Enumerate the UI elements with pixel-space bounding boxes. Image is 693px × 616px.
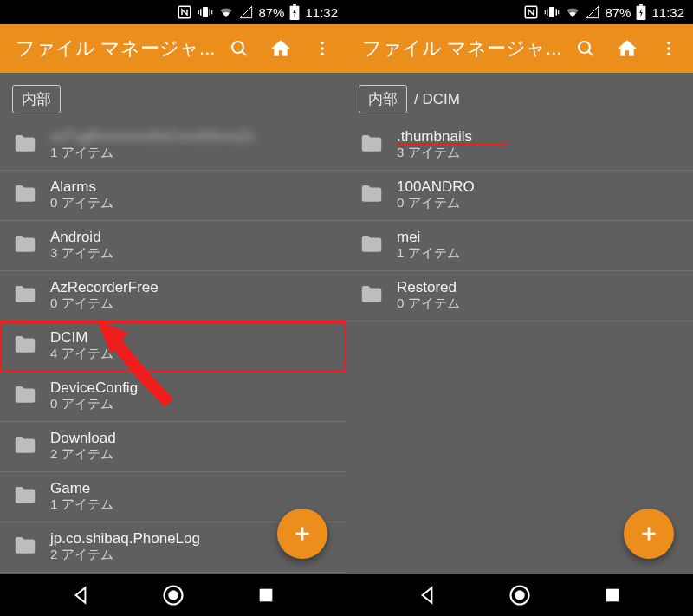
folder-name: Game — [50, 481, 334, 497]
folder-icon — [359, 131, 385, 160]
folder-icon — [12, 282, 38, 311]
wifi-icon — [565, 4, 580, 20]
folder-icon — [12, 181, 38, 211]
nfc-icon — [177, 4, 192, 20]
screen-left: 87% 11:32 ファイル マネージャ... 内部 xxTxgRxxxxxxx… — [0, 0, 346, 616]
clock-text: 11:32 — [651, 5, 684, 20]
overflow-menu-icon[interactable] — [651, 31, 686, 66]
folder-row[interactable]: Android3 アイテム — [0, 221, 346, 271]
folder-subtitle: 0 アイテム — [50, 195, 334, 211]
svg-point-10 — [321, 42, 324, 45]
nav-home-icon[interactable] — [503, 579, 536, 612]
app-bar: ファイル マネージャ... — [0, 24, 346, 73]
battery-text: 87% — [605, 5, 631, 20]
svg-rect-20 — [547, 9, 548, 16]
nav-recent-icon[interactable] — [249, 579, 282, 612]
battery-charging-icon — [636, 4, 646, 20]
file-list[interactable]: .thumbnails3 アイテム100ANDRO0 アイテムmei1 アイテム… — [346, 120, 693, 574]
svg-rect-23 — [559, 10, 560, 15]
breadcrumb-root[interactable]: 内部 — [359, 85, 407, 113]
svg-point-29 — [667, 47, 670, 50]
svg-rect-17 — [259, 589, 272, 602]
nav-recent-icon[interactable] — [596, 579, 629, 612]
vibrate-icon — [198, 4, 213, 20]
folder-subtitle: 3 アイテム — [50, 245, 334, 262]
folder-icon — [12, 382, 38, 412]
svg-rect-21 — [556, 9, 558, 16]
folder-name: AzRecorderFree — [50, 280, 334, 296]
battery-text: 87% — [258, 5, 284, 20]
folder-row[interactable]: DCIM4 アイテム — [0, 321, 346, 372]
folder-subtitle: 0 アイテム — [397, 195, 681, 211]
folder-row[interactable]: DeviceConfig0 アイテム — [0, 372, 346, 422]
folder-subtitle: 4 アイテム — [50, 346, 334, 362]
breadcrumb-path[interactable]: / DCIM — [414, 91, 460, 108]
folder-icon — [359, 231, 385, 261]
folder-icon — [12, 533, 38, 562]
folder-row[interactable]: xxTxgRxxxxxxx0xCxxx00xxxZx1 アイテム — [0, 120, 346, 171]
home-icon[interactable] — [263, 31, 298, 66]
folder-name: xxTxgRxxxxxxx0xCxxx00xxxZx — [50, 129, 334, 146]
breadcrumb: 内部 — [0, 73, 346, 120]
screen-right: 87% 11:32 ファイル マネージャ... 内部 / DCIM .thumb… — [346, 0, 693, 616]
svg-point-16 — [169, 591, 177, 599]
status-bar: 87% 11:32 — [346, 0, 693, 24]
underline-annotation — [397, 143, 508, 145]
folder-row[interactable]: Restored0 アイテム — [346, 271, 693, 321]
svg-rect-4 — [198, 10, 199, 15]
battery-charging-icon — [289, 4, 300, 20]
folder-icon — [12, 231, 38, 261]
svg-rect-35 — [606, 589, 619, 602]
app-bar: ファイル マネージャ... — [346, 24, 693, 73]
folder-row[interactable]: mei1 アイテム — [346, 221, 693, 271]
fab-add[interactable] — [277, 509, 327, 559]
svg-rect-2 — [200, 9, 202, 16]
svg-point-30 — [667, 53, 670, 56]
nav-bar — [0, 574, 346, 616]
folder-subtitle: 0 アイテム — [397, 295, 681, 312]
svg-rect-1 — [203, 7, 208, 17]
search-icon[interactable] — [222, 31, 256, 66]
folder-name: DCIM — [50, 330, 334, 347]
svg-point-26 — [579, 42, 590, 53]
folder-icon — [359, 282, 385, 311]
nav-back-icon[interactable] — [411, 579, 444, 612]
folder-subtitle: 3 アイテム — [397, 145, 681, 161]
folder-name: Android — [50, 230, 334, 246]
folder-row[interactable]: .thumbnails3 アイテム — [346, 120, 693, 171]
folder-subtitle: 1 アイテム — [50, 145, 334, 161]
folder-subtitle: 0 アイテム — [50, 295, 334, 312]
folder-icon — [12, 131, 38, 160]
nav-home-icon[interactable] — [157, 579, 190, 612]
signal-icon — [239, 5, 253, 19]
folder-row[interactable]: AzRecorderFree0 アイテム — [0, 271, 346, 321]
svg-line-9 — [242, 51, 246, 55]
breadcrumb-root[interactable]: 内部 — [12, 85, 61, 113]
svg-point-11 — [321, 47, 324, 50]
file-list[interactable]: xxTxgRxxxxxxx0xCxxx00xxxZx1 アイテムAlarms0 … — [0, 120, 346, 574]
folder-icon — [12, 432, 38, 462]
vibrate-icon — [544, 4, 560, 20]
folder-name: Download — [50, 431, 334, 447]
status-bar: 87% 11:32 — [0, 0, 346, 24]
app-title: ファイル マネージャ... — [16, 36, 215, 62]
app-title: ファイル マネージャ... — [362, 36, 561, 62]
folder-subtitle: 0 アイテム — [50, 396, 334, 412]
folder-name: DeviceConfig — [50, 380, 334, 397]
svg-point-8 — [232, 42, 243, 53]
folder-icon — [359, 181, 385, 211]
folder-subtitle: 1 アイテム — [397, 245, 681, 262]
nav-bar — [346, 574, 693, 616]
svg-point-12 — [321, 53, 324, 56]
folder-row[interactable]: Download2 アイテム — [0, 422, 346, 472]
svg-line-27 — [588, 51, 593, 55]
search-icon[interactable] — [568, 31, 603, 66]
folder-name: Alarms — [50, 179, 334, 196]
fab-add[interactable] — [624, 509, 674, 559]
home-icon[interactable] — [610, 31, 644, 66]
overflow-menu-icon[interactable] — [305, 31, 340, 66]
breadcrumb: 内部 / DCIM — [346, 73, 693, 120]
nav-back-icon[interactable] — [64, 579, 97, 612]
folder-row[interactable]: Alarms0 アイテム — [0, 171, 346, 221]
folder-row[interactable]: 100ANDRO0 アイテム — [346, 171, 693, 221]
